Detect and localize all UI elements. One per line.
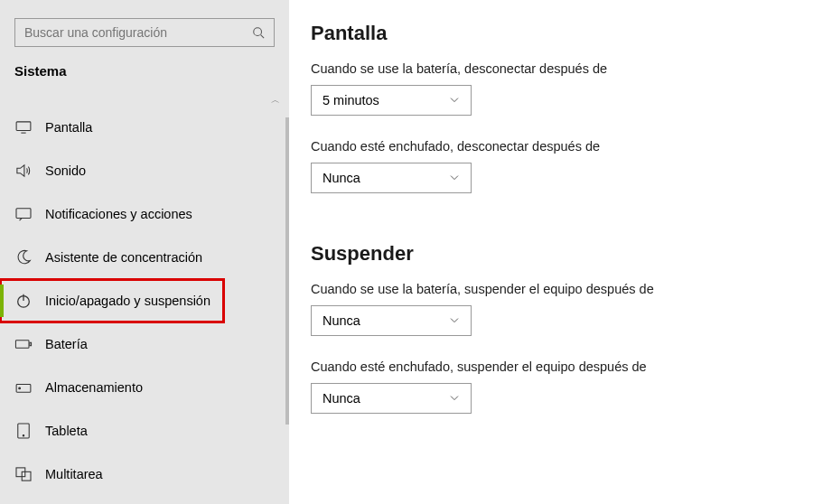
tablet-icon <box>14 423 33 439</box>
sidebar: Sistema ︿ Pantalla Sonido Notificaciones… <box>0 0 289 504</box>
select-value: Nunca <box>323 171 360 185</box>
select-value: Nunca <box>323 391 360 406</box>
field-label: Cuando esté enchufado, suspender el equi… <box>311 359 814 374</box>
svg-rect-4 <box>16 209 31 219</box>
sidebar-item-label: Notificaciones y acciones <box>45 207 192 221</box>
main-content: Pantalla Cuando se use la batería, desco… <box>289 0 832 504</box>
select-battery-sleep-timeout[interactable]: Nunca <box>311 305 472 336</box>
search-icon <box>252 26 265 39</box>
sidebar-item-multitarea[interactable]: Multitarea <box>0 453 289 496</box>
sidebar-item-almacenamiento[interactable]: Almacenamiento <box>0 366 289 409</box>
chevron-down-icon <box>449 97 460 104</box>
svg-point-10 <box>19 387 21 389</box>
sidebar-scrollbar[interactable] <box>285 117 289 425</box>
chevron-down-icon <box>449 174 460 182</box>
storage-icon <box>14 381 33 394</box>
sidebar-item-inicio-apagado[interactable]: Inicio/apagado y suspensión <box>0 279 224 322</box>
chevron-down-icon <box>449 317 460 324</box>
select-value: 5 minutos <box>323 93 379 107</box>
notifications-icon <box>14 207 33 221</box>
select-battery-screen-timeout[interactable]: 5 minutos <box>311 85 472 116</box>
sidebar-item-label: Sonido <box>45 163 86 178</box>
svg-rect-7 <box>15 341 29 349</box>
sidebar-item-pantalla[interactable]: Pantalla <box>0 106 289 149</box>
sidebar-item-bateria[interactable]: Batería <box>0 322 289 366</box>
sidebar-item-label: Batería <box>45 337 88 351</box>
sidebar-item-notificaciones[interactable]: Notificaciones y acciones <box>0 192 289 236</box>
sidebar-item-label: Inicio/apagado y suspensión <box>45 294 210 308</box>
chevron-down-icon <box>449 395 460 402</box>
sidebar-item-sonido[interactable]: Sonido <box>0 149 289 192</box>
search-input[interactable] <box>24 25 252 40</box>
section-heading-pantalla: Pantalla <box>311 22 814 45</box>
focus-icon <box>14 249 33 266</box>
sound-icon <box>14 163 33 178</box>
field-label: Cuando esté enchufado, desconectar despu… <box>311 139 814 154</box>
sidebar-item-label: Asistente de concentración <box>45 250 202 265</box>
sidebar-nav: ︿ Pantalla Sonido Notificaciones y accio… <box>0 97 289 496</box>
sidebar-section-title: Sistema <box>0 63 289 97</box>
display-icon <box>14 121 33 134</box>
sidebar-item-label: Multitarea <box>45 467 103 481</box>
svg-line-1 <box>261 35 265 39</box>
scroll-up-indicator[interactable]: ︿ <box>0 97 289 106</box>
select-plugged-sleep-timeout[interactable]: Nunca <box>311 383 472 414</box>
section-heading-suspender: Suspender <box>311 242 814 266</box>
sidebar-item-label: Tableta <box>45 424 88 438</box>
sidebar-item-tableta[interactable]: Tableta <box>0 409 289 453</box>
svg-point-0 <box>254 28 262 36</box>
battery-icon <box>14 339 33 350</box>
select-value: Nunca <box>323 313 360 328</box>
field-label: Cuando se use la batería, suspender el e… <box>311 282 814 296</box>
select-plugged-screen-timeout[interactable]: Nunca <box>311 163 472 193</box>
power-icon <box>14 293 33 309</box>
field-label: Cuando se use la batería, desconectar de… <box>311 61 814 76</box>
svg-point-12 <box>23 435 23 436</box>
sidebar-item-label: Almacenamiento <box>45 380 143 395</box>
svg-rect-2 <box>16 122 31 131</box>
sidebar-item-label: Pantalla <box>45 120 92 135</box>
svg-rect-8 <box>30 342 32 345</box>
multitask-icon <box>14 467 33 481</box>
search-box[interactable] <box>14 18 275 47</box>
sidebar-item-concentracion[interactable]: Asistente de concentración <box>0 236 289 279</box>
